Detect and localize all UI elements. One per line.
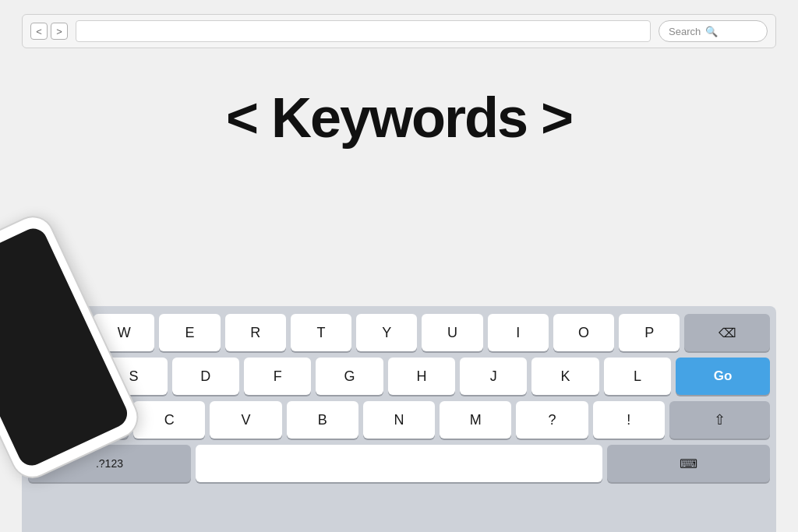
key-m[interactable]: M: [440, 401, 511, 439]
backspace-icon: [719, 325, 736, 341]
key-r[interactable]: R: [225, 314, 286, 351]
browser-bar: < > Search 🔍: [22, 14, 776, 48]
keywords-heading: < Keywords >: [0, 86, 798, 150]
key-f[interactable]: F: [244, 358, 311, 395]
key-d[interactable]: D: [172, 358, 239, 395]
key-h[interactable]: H: [388, 358, 455, 395]
keyboard-switch-icon: [680, 456, 697, 472]
backspace-key[interactable]: [684, 314, 770, 351]
forward-button[interactable]: >: [51, 23, 68, 40]
back-button[interactable]: <: [30, 23, 48, 40]
numbers-label: .?123: [96, 457, 123, 470]
search-box[interactable]: Search 🔍: [659, 20, 768, 42]
shift-right-key[interactable]: [669, 401, 770, 439]
key-t[interactable]: T: [291, 314, 351, 351]
key-question[interactable]: ?: [516, 401, 588, 439]
go-key[interactable]: Go: [676, 358, 770, 395]
key-b[interactable]: B: [287, 401, 358, 439]
key-o[interactable]: O: [553, 314, 614, 351]
nav-buttons: < >: [30, 23, 68, 40]
key-v[interactable]: V: [210, 401, 281, 439]
search-label: Search: [669, 26, 701, 37]
search-icon: 🔍: [705, 26, 718, 37]
key-p[interactable]: P: [619, 314, 680, 351]
key-exclamation[interactable]: !: [593, 401, 665, 439]
key-j[interactable]: J: [460, 358, 527, 395]
key-e[interactable]: E: [159, 314, 220, 351]
keyboard-row-3: C V B N M ? !: [28, 401, 770, 439]
key-u[interactable]: U: [422, 314, 482, 351]
keyboard-row-2: A S D F G H J K L Go: [28, 358, 770, 395]
shift-right-icon: [714, 411, 726, 428]
key-k[interactable]: K: [531, 358, 598, 395]
keyboard-row-4: .?123: [28, 445, 770, 482]
key-n[interactable]: N: [363, 401, 435, 439]
keyboard-row-1: Q W E R T Y U I O P: [28, 314, 770, 351]
key-c[interactable]: C: [133, 401, 205, 439]
key-l[interactable]: L: [604, 358, 671, 395]
spacebar-key[interactable]: [196, 445, 602, 482]
key-g[interactable]: G: [316, 358, 383, 395]
keyboard-icon-key[interactable]: [607, 445, 770, 482]
url-bar[interactable]: [76, 20, 651, 42]
key-i[interactable]: I: [488, 314, 549, 351]
key-y[interactable]: Y: [356, 314, 417, 351]
